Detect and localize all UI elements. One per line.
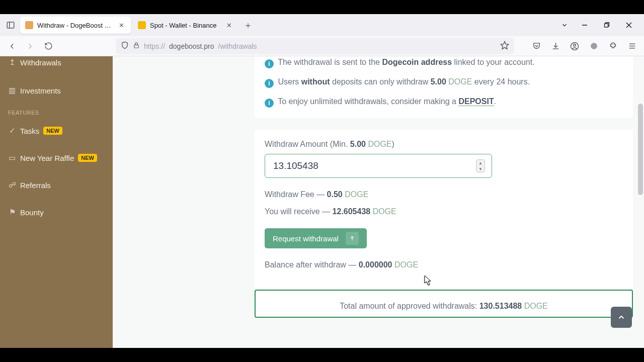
sidebar-item-withdrawals[interactable]: ↥ Withdrawals — [0, 56, 113, 73]
bookmark-icon[interactable] — [500, 41, 509, 51]
arrow-up-icon: ↥ — [8, 58, 16, 66]
tab-title: Spot - Wallet - Binance — [150, 22, 220, 29]
button-label: Request withdrawal — [273, 234, 339, 243]
letterbox — [0, 0, 644, 14]
minimize-button[interactable] — [576, 18, 594, 32]
svg-rect-0 — [7, 22, 14, 28]
sidebar-item-label: New Year Raffle — [20, 154, 74, 162]
sidebar-item-label: Investments — [20, 86, 61, 95]
check-icon: ✓ — [8, 127, 16, 135]
sidebar-item-label: Bounty — [20, 208, 44, 217]
letterbox — [0, 348, 644, 362]
ticket-icon: ▭ — [8, 154, 16, 162]
amount-input[interactable] — [265, 154, 492, 178]
info-icon: i — [265, 99, 274, 108]
sidebar-item-tasks[interactable]: ✓ Tasks NEW — [0, 120, 113, 142]
sidebar-item-raffle[interactable]: ▭ New Year Raffle NEW — [0, 147, 113, 169]
tab-title: Withdraw - DogeBoost up to 2… — [37, 22, 113, 29]
scrollbar[interactable] — [637, 56, 644, 348]
toolbar: https://dogeboost.pro/withdrawals — [0, 36, 644, 56]
request-withdrawal-button[interactable]: Request withdrawal — [265, 228, 367, 248]
sidebar-item-label: Referrals — [20, 181, 51, 190]
balance-row: Balance after withdraw — 0.000000 DOGE — [265, 260, 623, 269]
withdraw-form: Withdraw Amount (Min. 5.00 DOGE) ▲ ▼ Wit… — [255, 130, 633, 290]
close-window-button[interactable] — [620, 18, 638, 32]
info-icon: i — [265, 59, 274, 68]
fee-row: Withdraw Fee — 0.50 DOGE — [265, 190, 623, 199]
svg-rect-3 — [605, 24, 608, 27]
downloads-icon[interactable] — [547, 38, 564, 54]
new-badge: NEW — [43, 127, 62, 135]
sidebar-item-investments[interactable]: ▥ Investments — [0, 79, 113, 102]
svg-point-11 — [574, 44, 576, 46]
globe-icon[interactable] — [586, 38, 602, 54]
tab-dogeboost[interactable]: Withdraw - DogeBoost up to 2… ✕ — [20, 17, 131, 34]
tab-binance[interactable]: Spot - Wallet - Binance ✕ — [133, 17, 238, 34]
upload-icon — [346, 232, 359, 245]
app-sidebar: ↥ Withdrawals ▥ Investments FEATURES ✓ T… — [0, 56, 113, 348]
info-line: i To enjoy unlimited withdrawals, consid… — [265, 96, 623, 108]
scroll-to-top-button[interactable] — [611, 307, 632, 328]
reload-button[interactable] — [40, 38, 56, 54]
pocket-icon[interactable] — [528, 38, 544, 54]
favicon-icon — [25, 21, 33, 29]
briefcase-icon: ▥ — [8, 86, 16, 95]
sidebar-item-label: Withdrawals — [20, 58, 61, 67]
users-icon: ☍ — [8, 181, 16, 189]
url-path: /withdrawals — [218, 42, 257, 50]
sidebar-item-label: Tasks — [20, 127, 39, 135]
info-icon: i — [265, 79, 274, 88]
svg-rect-6 — [134, 45, 138, 48]
step-down-icon[interactable]: ▼ — [476, 166, 485, 172]
info-card: i The withdrawal is sent to the Dogecoin… — [255, 56, 633, 118]
flag-icon: ⚑ — [8, 208, 16, 216]
maximize-button[interactable] — [598, 18, 616, 32]
url-scheme: https:// — [144, 42, 165, 50]
main-content: i The withdrawal is sent to the Dogecoin… — [113, 56, 644, 348]
address-bar[interactable]: https://dogeboost.pro/withdrawals — [116, 38, 514, 54]
svg-point-12 — [591, 43, 597, 49]
sidebar-toggle-icon[interactable] — [3, 18, 18, 33]
menu-icon[interactable] — [624, 38, 640, 54]
lock-icon[interactable] — [133, 42, 140, 50]
extensions-icon[interactable] — [605, 38, 621, 54]
svg-marker-7 — [501, 42, 509, 49]
deposit-link[interactable]: DEPOSIT — [458, 97, 494, 106]
close-icon[interactable]: ✕ — [224, 21, 233, 30]
forward-button[interactable] — [22, 38, 38, 54]
amount-label: Withdraw Amount (Min. 5.00 DOGE) — [265, 140, 623, 149]
sidebar-item-bounty[interactable]: ⚑ Bounty — [0, 201, 113, 223]
step-up-icon[interactable]: ▲ — [476, 160, 485, 166]
info-line: i Users without deposits can only withdr… — [265, 76, 623, 88]
page-viewport: ↥ Withdrawals ▥ Investments FEATURES ✓ T… — [0, 56, 644, 348]
scrollbar-thumb[interactable] — [638, 104, 643, 195]
account-icon[interactable] — [567, 38, 583, 54]
tabs-dropdown-icon[interactable] — [555, 18, 574, 32]
shield-icon[interactable] — [121, 41, 129, 51]
info-line: i The withdrawal is sent to the Dogecoin… — [265, 56, 623, 69]
sidebar-item-referrals[interactable]: ☍ Referrals — [0, 174, 113, 196]
window-controls — [576, 18, 641, 32]
receive-row: You will receive — 12.605438 DOGE — [265, 207, 623, 216]
tab-bar: Withdraw - DogeBoost up to 2… ✕ Spot - W… — [0, 14, 644, 36]
new-tab-button[interactable]: ＋ — [240, 18, 256, 33]
sidebar-section-header: FEATURES — [0, 102, 113, 120]
stepper[interactable]: ▲ ▼ — [476, 159, 485, 172]
close-icon[interactable]: ✕ — [117, 21, 126, 30]
back-button[interactable] — [4, 38, 20, 54]
totals-card: Total amount of approved withdrawals: 13… — [255, 290, 633, 318]
new-badge: NEW — [78, 154, 97, 162]
favicon-icon — [138, 21, 146, 29]
url-host: dogeboost.pro — [169, 42, 214, 50]
browser-window: Withdraw - DogeBoost up to 2… ✕ Spot - W… — [0, 14, 644, 348]
